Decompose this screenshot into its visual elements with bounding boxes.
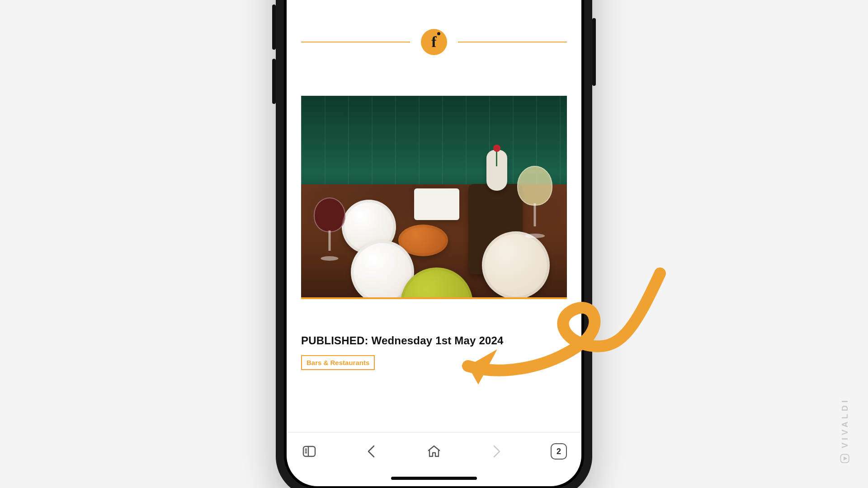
divider-line-right bbox=[458, 42, 567, 42]
tab-count-value: 2 bbox=[557, 447, 561, 456]
hero-image-wrap bbox=[301, 96, 567, 299]
published-date: PUBLISHED: Wednesday 1st May 2024 bbox=[301, 334, 567, 347]
tab-count-badge: 2 bbox=[551, 443, 567, 460]
brand-logo-letter: f bbox=[431, 33, 436, 51]
divider-line-left bbox=[301, 42, 410, 42]
panel-button[interactable] bbox=[300, 442, 318, 460]
hero-image[interactable] bbox=[301, 96, 567, 299]
phone-frame: f bbox=[276, 0, 592, 488]
brand-divider: f bbox=[301, 29, 567, 55]
phone-bezel: f bbox=[284, 0, 584, 488]
brand-logo[interactable]: f bbox=[421, 29, 447, 55]
vivaldi-watermark: VIVALDI bbox=[840, 398, 850, 464]
hero-flower bbox=[493, 145, 500, 152]
back-button[interactable] bbox=[363, 442, 381, 460]
svg-marker-6 bbox=[844, 456, 847, 460]
category-tag[interactable]: Bars & Restaurants bbox=[301, 355, 375, 370]
phone-screen: f bbox=[287, 0, 581, 486]
page-content[interactable]: f bbox=[287, 0, 581, 432]
phone-power-button bbox=[592, 18, 596, 86]
watermark-text: VIVALDI bbox=[840, 398, 850, 448]
article-meta: PUBLISHED: Wednesday 1st May 2024 Bars &… bbox=[301, 334, 567, 370]
chevron-left-icon bbox=[365, 444, 378, 459]
phone-volume-down bbox=[272, 59, 276, 104]
phone-volume-up bbox=[272, 5, 276, 50]
panel-icon bbox=[302, 444, 316, 459]
hero-plate bbox=[482, 231, 550, 299]
chevron-right-icon bbox=[490, 444, 503, 459]
home-indicator[interactable] bbox=[391, 477, 477, 480]
vivaldi-logo-icon bbox=[840, 454, 850, 464]
hero-wine-white bbox=[517, 166, 552, 238]
tabs-button[interactable]: 2 bbox=[550, 442, 568, 460]
home-icon bbox=[427, 444, 441, 459]
hero-napkin bbox=[414, 188, 459, 220]
home-button[interactable] bbox=[425, 442, 443, 460]
forward-button bbox=[487, 442, 505, 460]
hero-wine-red bbox=[314, 197, 345, 261]
